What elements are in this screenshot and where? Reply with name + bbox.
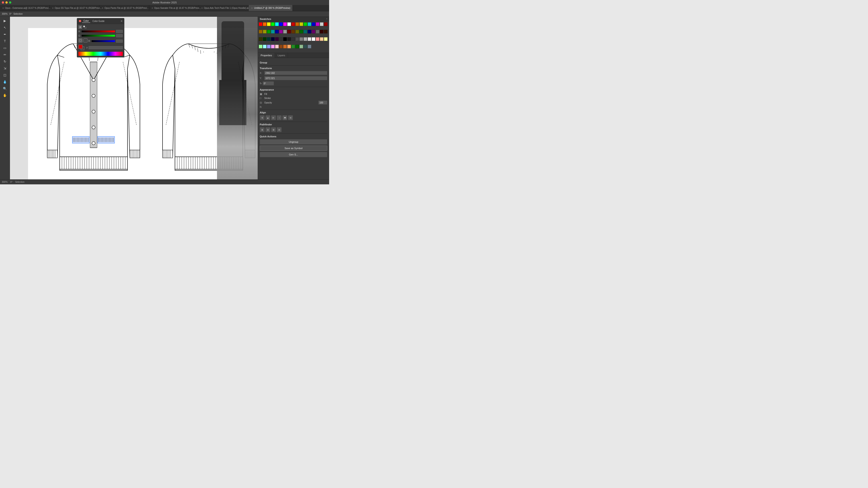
rotation-input[interactable] bbox=[263, 81, 274, 86]
swatch-4[interactable] bbox=[275, 22, 279, 26]
align-left-btn[interactable]: ⫷ bbox=[260, 115, 265, 120]
color-tab[interactable]: Color bbox=[82, 19, 90, 23]
pencil-tool[interactable]: ✏ bbox=[2, 52, 8, 58]
swatch-23[interactable] bbox=[283, 30, 287, 33]
swatch-19[interactable] bbox=[267, 30, 271, 33]
swatch-14[interactable] bbox=[316, 22, 319, 26]
fill-swatch[interactable] bbox=[79, 45, 83, 49]
tab-close-icon[interactable]: ✕ bbox=[201, 7, 203, 9]
swatch-22[interactable] bbox=[279, 30, 283, 33]
swatch-15[interactable] bbox=[320, 22, 323, 26]
swatch-24[interactable] bbox=[287, 30, 291, 33]
y-input[interactable] bbox=[264, 76, 327, 80]
swatch-55[interactable] bbox=[275, 45, 279, 48]
swatch-40[interactable] bbox=[283, 37, 287, 41]
swatch-29[interactable] bbox=[308, 30, 311, 33]
swatch-16[interactable] bbox=[324, 22, 328, 26]
swatch-21[interactable] bbox=[275, 30, 279, 33]
b-slider[interactable] bbox=[92, 40, 115, 42]
swatches-help-icon[interactable]: ? bbox=[326, 18, 327, 20]
shape-tool[interactable]: ▭ bbox=[2, 45, 8, 51]
minimize-button[interactable] bbox=[5, 1, 8, 4]
swatch-32[interactable] bbox=[320, 30, 323, 33]
r-slider[interactable] bbox=[82, 31, 115, 32]
swatch-39[interactable] bbox=[279, 37, 283, 41]
swatch-12[interactable] bbox=[308, 22, 311, 26]
swatch-48[interactable] bbox=[316, 37, 319, 41]
swatch-50[interactable] bbox=[324, 37, 328, 41]
swatch-20[interactable] bbox=[271, 30, 275, 33]
swatch-26[interactable] bbox=[296, 30, 299, 33]
type-tool[interactable]: T bbox=[2, 38, 8, 44]
x-input[interactable] bbox=[264, 71, 327, 75]
swatch-13[interactable] bbox=[312, 22, 315, 26]
rotate-tool[interactable]: ↻ bbox=[2, 58, 8, 65]
close-button[interactable] bbox=[2, 1, 4, 4]
g-value[interactable] bbox=[116, 34, 123, 37]
swatch-7[interactable] bbox=[287, 22, 291, 26]
fullscreen-button[interactable] bbox=[9, 1, 11, 4]
tab-pants[interactable]: ✕ Opus Pants File.ai @ 16.67 % (RGB/Prev… bbox=[99, 5, 149, 11]
b-option-icon[interactable] bbox=[79, 38, 83, 42]
swatch-49[interactable] bbox=[320, 37, 323, 41]
swatch-53[interactable] bbox=[267, 45, 271, 48]
swatch-38[interactable] bbox=[275, 37, 279, 41]
pathfinder-exclude-btn[interactable]: ⊘ bbox=[277, 127, 282, 132]
swatch-37[interactable] bbox=[271, 37, 275, 41]
swatch-36[interactable] bbox=[267, 37, 271, 41]
rotation-display[interactable]: 0° bbox=[9, 13, 12, 15]
g-slider[interactable] bbox=[82, 35, 115, 37]
color-guide-tab[interactable]: Color Guide bbox=[91, 20, 106, 23]
zoom-tool[interactable]: 🔍 bbox=[2, 86, 8, 92]
swatch-60[interactable] bbox=[296, 45, 299, 48]
r-value[interactable] bbox=[116, 30, 123, 33]
align-middle-btn[interactable]: ⬒ bbox=[282, 115, 287, 120]
pathfinder-intersect-btn[interactable]: ⊗ bbox=[271, 127, 276, 132]
opacity-input[interactable] bbox=[318, 101, 327, 105]
swatch-10[interactable] bbox=[300, 22, 303, 26]
swatch-59[interactable] bbox=[291, 45, 295, 48]
swatch-11[interactable] bbox=[304, 22, 307, 26]
swatch-41[interactable] bbox=[287, 37, 291, 41]
gen-s-button[interactable]: Gen S... bbox=[260, 152, 327, 157]
swatch-6[interactable] bbox=[283, 22, 287, 26]
swatch-0[interactable] bbox=[259, 22, 262, 26]
save-symbol-button[interactable]: Save as Symbol bbox=[260, 145, 327, 151]
properties-tab[interactable]: Properties bbox=[258, 53, 275, 58]
tab-untitled[interactable]: ✕ Untitled-2* @ 300 % (RGB/Preview) bbox=[249, 5, 293, 11]
swatch-35[interactable] bbox=[263, 37, 267, 41]
swatch-56[interactable] bbox=[279, 45, 283, 48]
hand-tool[interactable]: ✋ bbox=[2, 92, 8, 98]
selection-tool[interactable]: ▶ bbox=[2, 18, 8, 24]
eyedropper-tool[interactable]: 💧 bbox=[2, 78, 8, 85]
b-second-icon[interactable] bbox=[84, 38, 88, 42]
color-panel-menu-icon[interactable]: ≡ bbox=[121, 20, 122, 23]
pathfinder-unite-btn[interactable]: ⊕ bbox=[260, 127, 265, 132]
direct-selection-tool[interactable]: ↖ bbox=[2, 24, 8, 31]
pathfinder-minus-btn[interactable]: ⊖ bbox=[266, 127, 270, 132]
zoom-display[interactable]: 300% bbox=[2, 13, 8, 15]
align-top-btn[interactable]: ⫶ bbox=[277, 115, 282, 120]
swatch-51[interactable] bbox=[259, 45, 262, 48]
swatch-34[interactable] bbox=[259, 37, 262, 41]
tab-close-icon[interactable]: ✕ bbox=[151, 7, 153, 9]
tab-tops[interactable]: ✕ Opus SS Tops File.ai @ 16.67 % (RGB/Pr… bbox=[50, 5, 99, 11]
swatch-1[interactable] bbox=[263, 22, 267, 26]
pen-tool[interactable]: ✒ bbox=[2, 31, 8, 37]
swatch-25[interactable] bbox=[291, 30, 295, 33]
swatch-54[interactable] bbox=[271, 45, 275, 48]
layers-tab[interactable]: Layers bbox=[275, 53, 288, 58]
tab-close-icon[interactable]: ✕ bbox=[52, 7, 54, 9]
align-center-btn[interactable]: ⬙ bbox=[266, 115, 270, 120]
tab-outerwear[interactable]: ✕ Opus - Outerwear.ai@ 16.67 % (RGB/Prev… bbox=[0, 5, 50, 11]
swatch-57[interactable] bbox=[283, 45, 287, 48]
swatch-31[interactable] bbox=[316, 30, 319, 33]
color-panel-close-button[interactable] bbox=[79, 20, 81, 22]
swatch-3[interactable] bbox=[271, 22, 275, 26]
swatch-28[interactable] bbox=[304, 30, 307, 33]
ungroup-button[interactable]: Ungroup bbox=[260, 139, 327, 144]
swatch-47[interactable] bbox=[312, 37, 315, 41]
swatch-18[interactable] bbox=[263, 30, 267, 33]
swatch-17[interactable] bbox=[259, 30, 262, 33]
tab-hoodie[interactable]: ✕ Opus Ads Tech Pack File 1 (Opus Hoodie… bbox=[199, 5, 249, 11]
